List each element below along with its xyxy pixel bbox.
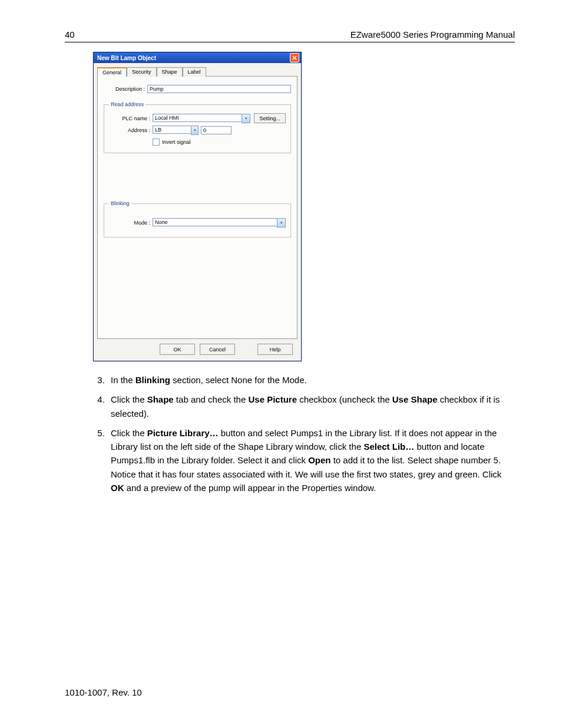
tab-panel-general: Description : Read address PLC name : ▾ … [97,77,297,339]
tab-shape[interactable]: Shape [157,67,183,77]
ok-button[interactable]: OK [160,344,195,355]
footer-revision: 1010-1007, Rev. 10 [65,687,142,697]
dialog-button-row: OK Cancel Help [97,339,297,355]
read-address-legend: Read address [109,101,146,107]
address-label: Address : [109,127,153,133]
step-3: In the Blinking section, select None for… [107,373,515,387]
address-type-combo[interactable] [153,126,191,134]
tab-general[interactable]: General [97,67,127,77]
instruction-list: In the Blinking section, select None for… [65,373,515,495]
tab-strip: General Security Shape Label [97,67,297,77]
blinking-legend: Blinking [109,200,131,206]
chevron-down-icon[interactable]: ▾ [191,126,199,135]
step-4: Click the Shape tab and check the Use Pi… [107,393,515,420]
blinking-group: Blinking Mode : ▾ [104,200,291,238]
chevron-down-icon[interactable]: ▾ [277,218,286,228]
mode-combo[interactable] [153,218,277,226]
chevron-down-icon[interactable]: ▾ [242,114,250,123]
tab-security[interactable]: Security [127,67,157,77]
step-5: Click the Picture Library… button and se… [107,426,515,495]
cancel-button[interactable]: Cancel [200,344,235,355]
page-number: 40 [65,29,75,39]
help-button[interactable]: Help [257,344,293,355]
read-address-group: Read address PLC name : ▾ Setting... Add… [104,101,291,153]
invert-signal-checkbox[interactable]: Invert signal [153,139,286,146]
plc-name-combo[interactable] [153,114,242,122]
titlebar: New Bit Lamp Object [94,52,301,63]
description-input[interactable] [147,85,291,93]
mode-label: Mode : [109,220,153,226]
header-rule [65,42,515,42]
close-icon[interactable] [290,53,299,62]
plc-name-label: PLC name : [109,116,153,121]
setting-button[interactable]: Setting... [254,113,286,123]
description-label: Description : [104,86,147,92]
address-value-input[interactable] [201,126,232,134]
bit-lamp-dialog: New Bit Lamp Object General Security Sha… [93,52,302,361]
checkbox-icon [153,139,160,146]
tab-label[interactable]: Label [183,67,206,77]
invert-signal-label: Invert signal [162,139,191,145]
dialog-title: New Bit Lamp Object [97,55,156,61]
manual-title: EZware5000 Series Programming Manual [351,29,515,39]
